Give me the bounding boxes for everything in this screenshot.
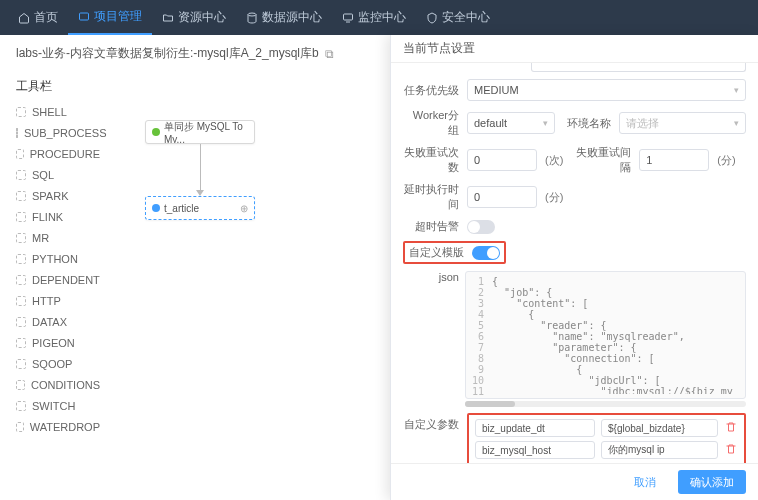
tool-item-switch[interactable]: SWITCH bbox=[16, 395, 100, 416]
dag-node-1[interactable]: 单同步 MySQL To My... bbox=[145, 120, 255, 144]
breadcrumb: labs-业务-内容文章数据复制衍生:-mysql库A_2_mysql库b ⧉ bbox=[0, 35, 390, 72]
tool-handle-icon bbox=[16, 254, 26, 264]
tool-item-sql[interactable]: SQL bbox=[16, 164, 100, 185]
worker-select[interactable]: default▾ bbox=[467, 112, 555, 134]
delay-unit: (分) bbox=[545, 190, 563, 205]
tool-handle-icon bbox=[16, 317, 26, 327]
plus-icon[interactable]: ⊕ bbox=[240, 203, 248, 214]
param-value-input[interactable]: ${global_bizdate} bbox=[601, 419, 718, 437]
tool-item-sqoop[interactable]: SQOOP bbox=[16, 353, 100, 374]
interval-label: 失败重试间隔 bbox=[571, 145, 631, 175]
confirm-button[interactable]: 确认添加 bbox=[678, 470, 746, 494]
tool-handle-icon bbox=[16, 359, 26, 369]
toolbar: 工具栏 SHELLSUB_PROCESSPROCEDURESQLSPARKFLI… bbox=[0, 72, 100, 500]
tool-item-dependent[interactable]: DEPENDENT bbox=[16, 269, 100, 290]
template-switch[interactable] bbox=[472, 246, 500, 260]
tool-handle-icon bbox=[16, 338, 26, 348]
tool-handle-icon bbox=[16, 296, 26, 306]
delete-param-button[interactable] bbox=[724, 443, 738, 458]
tool-handle-icon bbox=[16, 275, 26, 285]
nav-project[interactable]: 项目管理 bbox=[68, 0, 152, 35]
node-label: 单同步 MySQL To My... bbox=[164, 120, 248, 144]
delay-input[interactable]: 0 bbox=[467, 186, 537, 208]
tool-item-conditions[interactable]: CONDITIONS bbox=[16, 374, 100, 395]
env-select[interactable]: 请选择▾ bbox=[619, 112, 746, 134]
param-key-input[interactable]: biz_mysql_host bbox=[475, 441, 595, 459]
tool-handle-icon bbox=[16, 422, 24, 432]
tool-item-mr[interactable]: MR bbox=[16, 227, 100, 248]
status-dot-icon bbox=[152, 204, 160, 212]
nav-datasource-label: 数据源中心 bbox=[262, 9, 322, 26]
nav-security[interactable]: 安全中心 bbox=[416, 0, 500, 35]
json-label: json bbox=[403, 271, 459, 399]
priority-label: 任务优先级 bbox=[403, 83, 459, 98]
scrollbar-thumb[interactable] bbox=[465, 401, 515, 407]
chevron-down-icon: ▾ bbox=[543, 118, 548, 128]
nav-datasource[interactable]: 数据源中心 bbox=[236, 0, 332, 35]
panel-title: 当前节点设置 bbox=[391, 35, 758, 63]
nav-project-label: 项目管理 bbox=[94, 8, 142, 25]
database-icon bbox=[246, 12, 258, 24]
copy-icon[interactable]: ⧉ bbox=[325, 47, 334, 61]
json-editor[interactable]: 1 2 3 4 5 6 7 8 9 10 11 12 13 14 { "job"… bbox=[465, 271, 746, 399]
monitor-icon bbox=[342, 12, 354, 24]
tool-item-flink[interactable]: FLINK bbox=[16, 206, 100, 227]
nav-resource-label: 资源中心 bbox=[178, 9, 226, 26]
tool-handle-icon bbox=[16, 233, 26, 243]
tool-item-python[interactable]: PYTHON bbox=[16, 248, 100, 269]
tool-item-spark[interactable]: SPARK bbox=[16, 185, 100, 206]
timeout-label: 超时告警 bbox=[403, 219, 459, 234]
param-key-input[interactable]: biz_update_dt bbox=[475, 419, 595, 437]
nav-resource[interactable]: 资源中心 bbox=[152, 0, 236, 35]
tool-item-http[interactable]: HTTP bbox=[16, 290, 100, 311]
timeout-switch[interactable] bbox=[467, 220, 495, 234]
status-dot-icon bbox=[152, 128, 160, 136]
tool-item-sub_process[interactable]: SUB_PROCESS bbox=[16, 122, 100, 143]
retry-label: 失败重试次数 bbox=[403, 145, 459, 175]
env-label: 环境名称 bbox=[563, 116, 611, 131]
param-row: biz_mysql_host你的mysql ip bbox=[475, 441, 738, 459]
tool-handle-icon bbox=[16, 149, 24, 159]
toolbar-title: 工具栏 bbox=[16, 78, 100, 95]
retry-input[interactable]: 0 bbox=[467, 149, 537, 171]
tool-item-procedure[interactable]: PROCEDURE bbox=[16, 143, 100, 164]
nav-home[interactable]: 首页 bbox=[8, 0, 68, 35]
line-gutter: 1 2 3 4 5 6 7 8 9 10 11 12 13 14 bbox=[472, 276, 492, 394]
svg-point-1 bbox=[248, 13, 256, 16]
tool-handle-icon bbox=[16, 212, 26, 222]
interval-input[interactable]: 1 bbox=[639, 149, 709, 171]
tool-item-pigeon[interactable]: PIGEON bbox=[16, 332, 100, 353]
trash-icon bbox=[725, 443, 737, 455]
delete-param-button[interactable] bbox=[724, 421, 738, 436]
dag-node-2[interactable]: t_article ⊕ bbox=[145, 196, 255, 220]
folder-icon bbox=[162, 12, 174, 24]
tool-item-shell[interactable]: SHELL bbox=[16, 101, 100, 122]
dag-canvas[interactable]: 单同步 MySQL To My... t_article ⊕ bbox=[100, 72, 390, 500]
project-icon bbox=[78, 11, 90, 23]
svg-rect-2 bbox=[344, 14, 353, 20]
nav-monitor[interactable]: 监控中心 bbox=[332, 0, 416, 35]
nav-security-label: 安全中心 bbox=[442, 9, 490, 26]
tool-handle-icon bbox=[16, 170, 26, 180]
tool-item-waterdrop[interactable]: WATERDROP bbox=[16, 416, 100, 437]
tool-handle-icon bbox=[16, 128, 18, 138]
cancel-button[interactable]: 取消 bbox=[622, 470, 668, 494]
param-value-input[interactable]: 你的mysql ip bbox=[601, 441, 718, 459]
code-lines: { "job": { "content": [ { "reader": { "n… bbox=[492, 276, 739, 394]
node-label: t_article bbox=[164, 203, 199, 214]
retry-unit: (次) bbox=[545, 153, 563, 168]
nav-home-label: 首页 bbox=[34, 9, 58, 26]
priority-select[interactable]: MEDIUM▾ bbox=[467, 79, 746, 101]
param-row: biz_update_dt${global_bizdate} bbox=[475, 419, 738, 437]
home-icon bbox=[18, 12, 30, 24]
custom-params: biz_update_dt${global_bizdate}biz_mysql_… bbox=[467, 413, 746, 463]
top-nav: 首页 项目管理 资源中心 数据源中心 监控中心 安全中心 bbox=[0, 0, 758, 35]
textarea-resize-handle[interactable] bbox=[531, 63, 746, 72]
tool-handle-icon bbox=[16, 191, 26, 201]
settings-panel: 当前节点设置 任务优先级 MEDIUM▾ Worker分组 default▾ 环… bbox=[390, 35, 758, 500]
tool-item-datax[interactable]: DATAX bbox=[16, 311, 100, 332]
svg-rect-0 bbox=[80, 13, 89, 20]
shield-icon bbox=[426, 12, 438, 24]
chevron-down-icon: ▾ bbox=[734, 85, 739, 95]
horizontal-scrollbar[interactable] bbox=[465, 401, 746, 407]
